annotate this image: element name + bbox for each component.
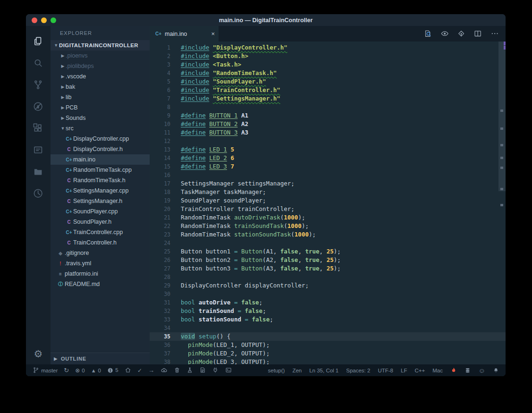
more-actions-icon[interactable] [490, 29, 499, 38]
tree-item-bak[interactable]: ▶bak [51, 82, 150, 92]
code-editor[interactable]: 1#include "DisplayController.h"2#include… [150, 42, 506, 364]
activitybar-search-icon[interactable] [26, 52, 51, 74]
status-notifications-bell[interactable] [493, 367, 499, 373]
code-line-11[interactable]: 11#define BUTTON_3 A3 [150, 128, 506, 137]
code-line-4[interactable]: 4#include "RandomTimeTask.h" [150, 69, 506, 77]
tree-item-soundplayer-cpp[interactable]: C+SoundPlayer.cpp [51, 206, 150, 217]
code-line-2[interactable]: 2#include <Button.h> [150, 52, 506, 60]
status-pio-upload[interactable]: → [148, 367, 154, 374]
activitybar-folder-view-icon[interactable] [26, 161, 51, 183]
tree-item-readme-md[interactable]: ⓘREADME.md [51, 279, 150, 289]
code-line-1[interactable]: 1#include "DisplayController.h" [150, 43, 506, 52]
code-line-7[interactable]: 7#include "SettingsManager.h" [150, 94, 506, 103]
status-pio-run-other[interactable] [199, 367, 206, 373]
tree-item-platformio-ini[interactable]: ≡platformio.ini [51, 269, 150, 279]
minimize-window-button[interactable] [41, 17, 47, 23]
outline-section-header[interactable]: ▶ OUTLINE [51, 353, 150, 364]
code-line-18[interactable]: 18TaskManager taskManager; [150, 188, 506, 196]
code-line-3[interactable]: 3#include <Task.h> [150, 60, 506, 69]
code-line-14[interactable]: 14#define LED_2 6 [150, 154, 506, 162]
code-line-33[interactable]: 33bool stationSound = false; [150, 315, 506, 324]
code-line-10[interactable]: 10#define BUTTON_2 A2 [150, 120, 506, 128]
code-line-13[interactable]: 13#define LED_1 5 [150, 145, 506, 154]
tree-item-pcb[interactable]: ▶PCB [51, 102, 150, 113]
code-line-20[interactable]: 20TrainController trainController; [150, 205, 506, 213]
code-line-27[interactable]: 27Button button3 = Button(A3, false, tru… [150, 264, 506, 273]
close-window-button[interactable] [32, 17, 37, 23]
code-line-15[interactable]: 15#define LED_3 7 [150, 162, 506, 171]
activitybar-explorer-icon[interactable] [26, 31, 51, 52]
tree-item-randomtimetask-h[interactable]: CRandomTimeTask.h [51, 175, 150, 185]
code-line-32[interactable]: 32bool trainSound = false; [150, 307, 506, 315]
status-pio-clean[interactable] [174, 367, 180, 373]
code-line-19[interactable]: 19SoundPlayer soundPlayer; [150, 196, 506, 205]
tree-item-main-ino[interactable]: C+main.ino [51, 154, 150, 165]
tree-item-settingsmanager-h[interactable]: CSettingsManager.h [51, 196, 150, 206]
tree-root-digitaltraincontroller[interactable]: ▼DIGITALTRAINCONTROLLER [51, 40, 150, 51]
code-line-16[interactable]: 16 [150, 171, 506, 179]
tree-item-displaycontroller-cpp[interactable]: C+DisplayController.cpp [51, 134, 150, 144]
status-zen-mode[interactable]: Zen [292, 368, 302, 373]
status-language-mode[interactable]: C++ [414, 368, 425, 373]
activitybar-history-icon[interactable] [26, 183, 51, 204]
tree-item--travis-yml[interactable]: !.travis.yml [51, 258, 150, 269]
status-errors[interactable]: ⊗0 [75, 367, 84, 374]
tree-item--piolibdeps[interactable]: ▶.piolibdeps [51, 61, 150, 71]
status-git-branch[interactable]: master [33, 367, 58, 373]
code-line-30[interactable]: 30 [150, 290, 506, 298]
zoom-window-button[interactable] [51, 17, 56, 23]
code-line-36[interactable]: 36 pinMode(LED_1, OUTPUT); [150, 341, 506, 349]
code-line-8[interactable]: 8 [150, 103, 506, 111]
code-line-25[interactable]: 25Button button1 = Button(A1, false, tru… [150, 247, 506, 256]
code-line-38[interactable]: 38 pinMode(LED_3, OUTPUT); [150, 358, 506, 364]
code-line-37[interactable]: 37 pinMode(LED_2, OUTPUT); [150, 349, 506, 358]
code-line-17[interactable]: 17SettingsManager settingsManager; [150, 179, 506, 188]
code-line-24[interactable]: 24 [150, 239, 506, 247]
tree-item-src[interactable]: ▼src [51, 123, 150, 134]
code-line-22[interactable]: 22RandomTimeTask trainSoundTask(1000); [150, 222, 506, 230]
toggle-preview-eye-icon[interactable] [440, 29, 449, 38]
status-pio-home[interactable] [125, 367, 131, 373]
status-indentation[interactable]: Spaces: 2 [346, 368, 370, 373]
tree-item--gitignore[interactable]: ◆.gitignore [51, 248, 150, 258]
split-editor-icon[interactable] [473, 29, 482, 38]
status-feedback-smiley[interactable]: ☺ [478, 367, 485, 374]
status-pio-serial-monitor[interactable] [212, 367, 219, 373]
status-warnings[interactable]: ▲0 [91, 368, 101, 373]
status-eol[interactable]: LF [401, 368, 407, 373]
close-tab-icon[interactable]: × [211, 30, 215, 37]
code-line-35[interactable]: 35void setup() { [150, 332, 506, 341]
tree-item-displaycontroller-h[interactable]: CDisplayController.h [51, 144, 150, 154]
tree-item--pioenvs[interactable]: ▶.pioenvs [51, 51, 150, 61]
git-compare-icon[interactable] [457, 29, 465, 38]
code-line-26[interactable]: 26Button button2 = Button(A2, false, tru… [150, 256, 506, 264]
status-platform[interactable]: Mac [432, 368, 443, 373]
status-cursor-position[interactable]: Ln 35, Col 1 [309, 368, 338, 373]
tree-item-settingsmanager-cpp[interactable]: C+SettingsManager.cpp [51, 185, 150, 196]
status-infos[interactable]: 5 [107, 367, 118, 373]
settings-gear-icon[interactable]: ⚙ [26, 344, 51, 364]
status-sync[interactable]: ↻ [64, 367, 69, 374]
find-in-file-icon[interactable] [423, 29, 432, 38]
tree-item-sounds[interactable]: ▶Sounds [51, 113, 150, 123]
tree-item-traincontroller-h[interactable]: CTrainController.h [51, 237, 150, 248]
status-pio-terminal[interactable] [225, 367, 232, 373]
status-flame[interactable] [450, 367, 457, 373]
code-line-29[interactable]: 29DisplayController displayController; [150, 281, 506, 290]
status-database[interactable] [464, 367, 471, 373]
code-line-6[interactable]: 6#include "TrainController.h" [150, 86, 506, 94]
code-line-9[interactable]: 9#define BUTTON_1 A1 [150, 111, 506, 120]
tree-item-randomtimetask-cpp[interactable]: C+RandomTimeTask.cpp [51, 165, 150, 175]
code-line-21[interactable]: 21RandomTimeTask autoDriveTask(1000); [150, 213, 506, 222]
status-pio-remote[interactable] [160, 367, 168, 374]
code-line-34[interactable]: 34 [150, 324, 506, 332]
tree-item-soundplayer-h[interactable]: CSoundPlayer.h [51, 217, 150, 227]
code-line-28[interactable]: 28 [150, 273, 506, 281]
editor-scrollbar[interactable] [498, 42, 506, 364]
tab-main-ino[interactable]: C+ main.ino × [150, 26, 219, 42]
status-pio-test[interactable] [186, 367, 193, 373]
code-line-5[interactable]: 5#include "SoundPlayer.h" [150, 77, 506, 86]
activitybar-output-panel-icon[interactable] [26, 139, 51, 161]
tree-item-traincontroller-cpp[interactable]: C+TrainController.cpp [51, 227, 150, 237]
tree-item-lib[interactable]: ▶lib [51, 92, 150, 102]
